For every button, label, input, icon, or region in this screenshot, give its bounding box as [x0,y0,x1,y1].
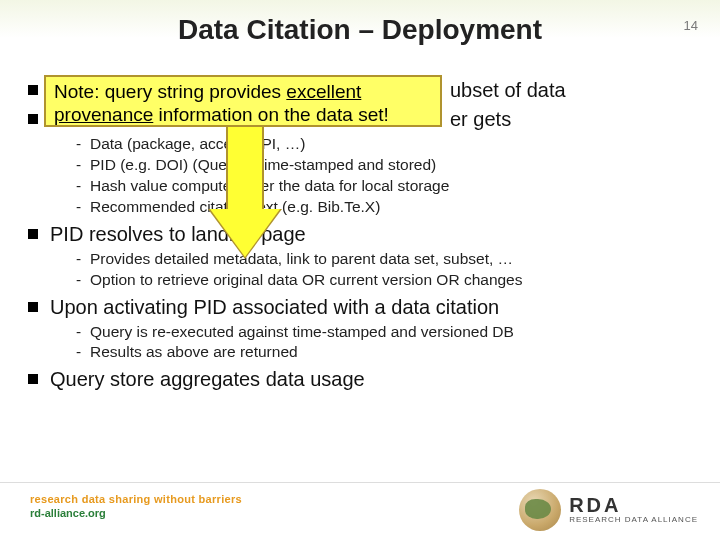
page-title: Data Citation – Deployment [0,14,720,46]
bullet-2-tail: er gets [450,108,511,130]
bullet-3-sub-1: Provides detailed metadata, link to pare… [76,249,696,270]
callout-arrow-icon [210,126,280,261]
bullet-2-sub-1: Data (package, access API, …) [76,134,696,155]
bullet-4-sub-1: Query is re-executed against time-stampe… [76,322,696,343]
note-line1-prefix: Note: query string provides [54,81,286,102]
bullet-4-sub-2: Results as above are returned [76,342,696,363]
globe-icon [519,489,561,531]
bullet-5: Query store aggregates data usage [28,367,696,392]
rda-logo: RDA RESEARCH DATA ALLIANCE [519,489,698,531]
bullet-3: PID resolves to landing page Provides de… [28,222,696,291]
bullet-2-sub-2: PID (e.g. DOI) (Query is time-stamped an… [76,155,696,176]
footer-tagline: research data sharing without barriers r… [30,493,242,519]
footer-tagline-line1: research data sharing without barriers [30,493,242,505]
logo-text-small: RESEARCH DATA ALLIANCE [569,516,698,524]
note-line1-em: excellent [286,81,361,102]
note-line2-em: provenance [54,104,153,125]
footer: research data sharing without barriers r… [0,482,720,540]
bullet-2-sub-3: Hash value computed over the data for lo… [76,176,696,197]
footer-tagline-line2: rd-alliance.org [30,507,242,519]
bullet-2-sub-4: Recommended citation text (e.g. Bib.Te.X… [76,197,696,218]
logo-text-big: RDA [569,495,698,516]
bullet-3-sub-2: Option to retrieve original data OR curr… [76,270,696,291]
callout-note: Note: query string provides excellent pr… [44,75,442,127]
bullet-1-tail: ubset of data [450,79,566,101]
note-line2-rest: information on the data set! [153,104,389,125]
bullet-4: Upon activating PID associated with a da… [28,295,696,364]
